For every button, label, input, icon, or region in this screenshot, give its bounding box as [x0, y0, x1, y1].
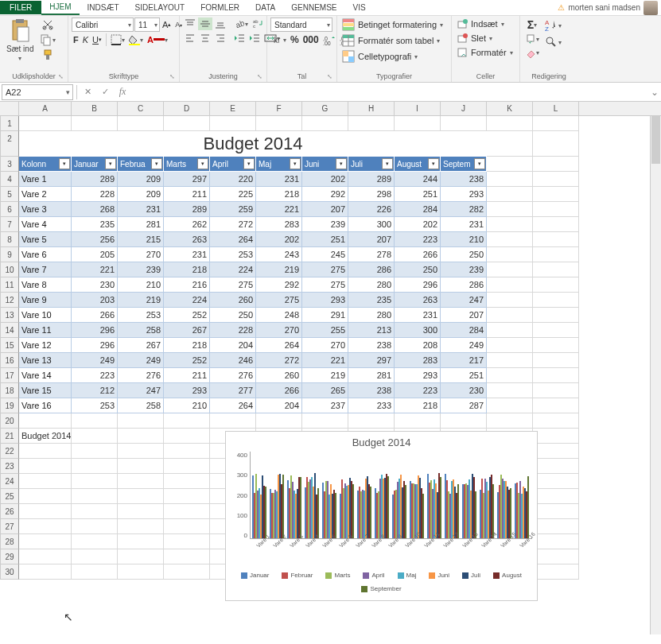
table-cell[interactable]: 202	[256, 232, 302, 247]
column-header[interactable]: C	[118, 102, 164, 115]
cell[interactable]	[19, 549, 72, 564]
cell[interactable]	[533, 116, 579, 131]
table-cell[interactable]: 272	[210, 217, 256, 232]
table-cell[interactable]: 231	[395, 308, 441, 323]
cell[interactable]	[72, 504, 118, 519]
table-cell[interactable]: 264	[210, 398, 256, 413]
table-cell[interactable]: 252	[164, 308, 210, 323]
row-header[interactable]: 4	[0, 172, 19, 187]
table-cell[interactable]: 210	[441, 232, 487, 247]
table-cell[interactable]: 235	[348, 293, 395, 308]
table-cell[interactable]: 238	[441, 172, 487, 187]
table-cell[interactable]: 209	[118, 187, 164, 202]
cell[interactable]	[19, 459, 72, 474]
table-cell[interactable]: 207	[441, 308, 487, 323]
table-cell[interactable]: 231	[441, 217, 487, 232]
cell[interactable]	[72, 564, 118, 580]
cell[interactable]	[164, 116, 210, 131]
table-cell[interactable]: 276	[210, 368, 256, 383]
row-header[interactable]: 10	[0, 262, 19, 277]
cell[interactable]	[19, 444, 72, 459]
table-header[interactable]: Maj▾	[256, 157, 302, 172]
cell[interactable]	[533, 202, 579, 217]
filter-button[interactable]: ▾	[59, 158, 70, 169]
table-cell[interactable]: 252	[164, 353, 210, 368]
table-cell[interactable]: 283	[256, 217, 302, 232]
table-cell[interactable]: 204	[256, 398, 302, 413]
cell[interactable]	[118, 549, 164, 564]
cell[interactable]	[118, 474, 164, 489]
cell[interactable]	[19, 504, 72, 519]
formula-input[interactable]	[131, 84, 648, 100]
cell[interactable]	[533, 353, 579, 368]
fill-button[interactable]	[523, 33, 541, 45]
cell[interactable]	[118, 444, 164, 459]
table-cell[interactable]: 213	[348, 323, 395, 338]
select-all-corner[interactable]	[0, 102, 19, 115]
font-expand-icon[interactable]: ⤡	[168, 73, 176, 81]
cell[interactable]	[118, 413, 164, 429]
increase-decimal-button[interactable]: ,0,00	[321, 33, 337, 46]
table-cell[interactable]: 221	[72, 262, 118, 277]
cell[interactable]	[302, 116, 348, 131]
insert-function-button[interactable]: fx	[114, 84, 131, 100]
table-cell[interactable]: 298	[348, 187, 395, 202]
cell[interactable]	[118, 429, 164, 444]
align-top-button[interactable]	[183, 17, 197, 30]
cell[interactable]	[533, 308, 579, 323]
table-cell[interactable]: 211	[164, 187, 210, 202]
table-cell[interactable]: 233	[348, 398, 395, 413]
table-cell[interactable]: 218	[164, 338, 210, 353]
table-cell[interactable]: 268	[72, 202, 118, 217]
cell[interactable]	[487, 293, 533, 308]
cell[interactable]	[395, 413, 441, 429]
table-cell[interactable]: 228	[210, 323, 256, 338]
cell[interactable]	[533, 323, 579, 338]
table-cell[interactable]: 230	[441, 383, 487, 398]
row-header[interactable]: 11	[0, 277, 19, 293]
table-cell[interactable]: 251	[395, 187, 441, 202]
table-cell[interactable]: 287	[441, 398, 487, 413]
table-cell[interactable]: 247	[441, 293, 487, 308]
table-cell[interactable]: 207	[302, 202, 348, 217]
cell[interactable]	[118, 519, 164, 534]
table-cell[interactable]: 272	[256, 353, 302, 368]
cell[interactable]	[533, 217, 579, 232]
table-cell[interactable]: 231	[256, 172, 302, 187]
clear-button[interactable]	[523, 46, 541, 59]
table-cell[interactable]: 205	[72, 247, 118, 262]
tab-indsaet[interactable]: INDSÆT	[80, 1, 127, 14]
table-cell[interactable]: 244	[395, 172, 441, 187]
cell[interactable]	[533, 519, 579, 534]
column-header[interactable]: G	[302, 102, 348, 115]
table-cell[interactable]: 289	[164, 202, 210, 217]
table-cell[interactable]: 300	[395, 323, 441, 338]
cell[interactable]	[210, 116, 256, 131]
borders-button[interactable]	[109, 33, 126, 46]
row-header[interactable]: 9	[0, 247, 19, 262]
table-header[interactable]: August▾	[395, 157, 441, 172]
table-cell[interactable]: 286	[348, 262, 395, 277]
cell[interactable]: Budget 2014	[19, 429, 72, 444]
cell[interactable]	[164, 519, 210, 534]
table-cell[interactable]: 203	[72, 293, 118, 308]
number-format-combo[interactable]: Standard	[270, 17, 332, 32]
percent-button[interactable]: %	[289, 33, 301, 46]
font-color-button[interactable]: A	[146, 34, 169, 45]
cell[interactable]	[533, 262, 579, 277]
cell[interactable]	[533, 564, 579, 580]
find-select-button[interactable]	[542, 34, 563, 50]
table-cell[interactable]: 243	[256, 247, 302, 262]
cell[interactable]	[118, 534, 164, 549]
filter-button[interactable]: ▾	[290, 158, 301, 169]
cell[interactable]	[487, 413, 533, 429]
table-cell[interactable]: 251	[441, 368, 487, 383]
cell[interactable]	[533, 398, 579, 413]
cell[interactable]	[19, 489, 72, 504]
table-cell[interactable]: 296	[395, 277, 441, 293]
delete-cells-button[interactable]: Slet	[455, 32, 494, 45]
align-left-button[interactable]	[183, 32, 197, 45]
row-header[interactable]: 14	[0, 323, 19, 338]
filter-button[interactable]: ▾	[243, 158, 255, 169]
table-cell[interactable]: 212	[72, 383, 118, 398]
